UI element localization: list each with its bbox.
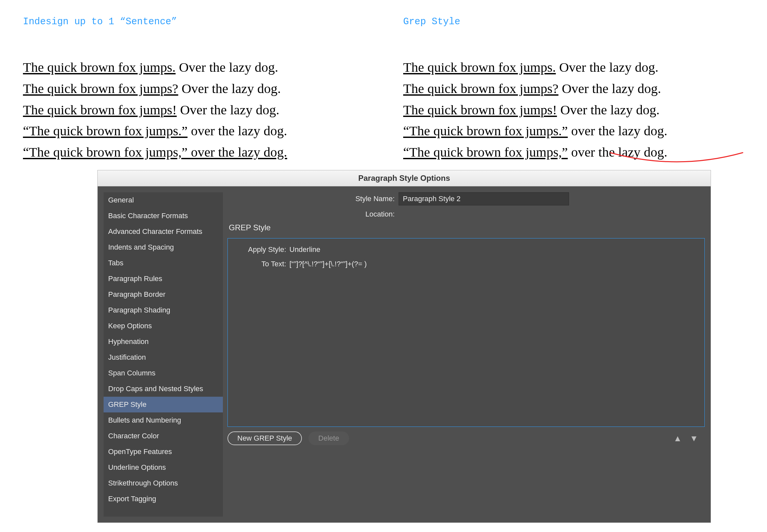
- move-down-icon[interactable]: ▼: [690, 433, 698, 444]
- style-name-label: Style Name:: [227, 195, 395, 203]
- left-line-1-u: The quick brown fox jumps?: [23, 81, 178, 96]
- apply-style-value[interactable]: Underline: [289, 245, 320, 254]
- left-line-0-u: The quick brown fox jumps.: [23, 60, 176, 75]
- right-line-2-rest: Over the lazy dog.: [557, 102, 660, 117]
- to-text-value[interactable]: [“”]?[^\.!?“”]+[\.!?“”]+(?= ): [289, 260, 367, 268]
- left-line-2-u: The quick brown fox jumps!: [23, 102, 177, 117]
- left-line-4-u: “The quick brown fox jumps,” over the la…: [23, 144, 287, 160]
- sidebar-item-drop-caps-and-nested-styles[interactable]: Drop Caps and Nested Styles: [104, 381, 223, 397]
- left-line-3-rest: over the lazy dog.: [187, 123, 287, 138]
- sidebar-item-bullets-and-numbering[interactable]: Bullets and Numbering: [104, 412, 223, 428]
- to-text-label: To Text:: [236, 260, 286, 268]
- right-line-2-u: The quick brown fox jumps!: [403, 102, 557, 117]
- right-line-0-u: The quick brown fox jumps.: [403, 60, 556, 75]
- right-line-1-rest: Over the lazy dog.: [559, 81, 661, 96]
- sidebar-item-advanced-character-formats[interactable]: Advanced Character Formats: [104, 224, 223, 239]
- sidebar-item-justification[interactable]: Justification: [104, 350, 223, 365]
- sidebar-item-export-tagging[interactable]: Export Tagging: [104, 491, 223, 507]
- left-sample-text: The quick brown fox jumps. Over the lazy…: [23, 57, 384, 163]
- dialog-main-panel: Style Name: Location: GREP Style Apply S…: [227, 192, 705, 517]
- right-sample-text: The quick brown fox jumps. Over the lazy…: [403, 57, 764, 163]
- delete-button[interactable]: Delete: [308, 431, 349, 445]
- left-line-1-rest: Over the lazy dog.: [178, 81, 281, 96]
- right-header: Grep Style: [403, 16, 764, 27]
- dialog-title: Paragraph Style Options: [358, 174, 450, 183]
- right-line-1-u: The quick brown fox jumps?: [403, 81, 559, 96]
- sidebar-item-underline-options[interactable]: Underline Options: [104, 460, 223, 475]
- paragraph-style-dialog: Paragraph Style Options GeneralBasic Cha…: [98, 170, 711, 523]
- sidebar-item-basic-character-formats[interactable]: Basic Character Formats: [104, 208, 223, 224]
- new-grep-style-button[interactable]: New GREP Style: [227, 431, 302, 445]
- sidebar-item-opentype-features[interactable]: OpenType Features: [104, 444, 223, 460]
- sidebar-item-hyphenation[interactable]: Hyphenation: [104, 334, 223, 350]
- left-line-0-rest: Over the lazy dog.: [176, 60, 278, 75]
- sidebar-item-paragraph-rules[interactable]: Paragraph Rules: [104, 271, 223, 287]
- sidebar-item-span-columns[interactable]: Span Columns: [104, 365, 223, 381]
- move-up-icon[interactable]: ▲: [674, 433, 682, 444]
- left-line-3-u: “The quick brown fox jumps.”: [23, 123, 187, 138]
- right-line-3-u: “The quick brown fox jumps.”: [403, 123, 568, 138]
- grep-style-list[interactable]: Apply Style: Underline To Text: [“”]?[^\…: [227, 238, 705, 427]
- right-line-4-u: “The quick brown fox jumps,”: [403, 144, 568, 160]
- dialog-titlebar: Paragraph Style Options: [98, 170, 711, 186]
- sidebar-item-tabs[interactable]: Tabs: [104, 255, 223, 271]
- sidebar-item-paragraph-border[interactable]: Paragraph Border: [104, 287, 223, 302]
- sidebar-item-paragraph-shading[interactable]: Paragraph Shading: [104, 302, 223, 318]
- left-line-2-rest: Over the lazy dog.: [177, 102, 279, 117]
- right-line-3-rest: over the lazy dog.: [568, 123, 667, 138]
- oops-arc-icon: [610, 152, 743, 165]
- dialog-sidebar: GeneralBasic Character FormatsAdvanced C…: [104, 192, 223, 517]
- apply-style-label: Apply Style:: [236, 245, 286, 254]
- sidebar-item-keep-options[interactable]: Keep Options: [104, 318, 223, 334]
- sidebar-item-grep-style[interactable]: GREP Style: [104, 397, 223, 412]
- sidebar-item-strikethrough-options[interactable]: Strikethrough Options: [104, 475, 223, 491]
- style-name-input[interactable]: [399, 192, 569, 205]
- sidebar-item-general[interactable]: General: [104, 192, 223, 208]
- right-line-0-rest: Over the lazy dog.: [556, 60, 659, 75]
- section-title: GREP Style: [229, 223, 705, 232]
- sidebar-item-character-color[interactable]: Character Color: [104, 428, 223, 444]
- location-label: Location:: [227, 210, 395, 219]
- sidebar-item-indents-and-spacing[interactable]: Indents and Spacing: [104, 239, 223, 255]
- left-header: Indesign up to 1 “Sentence”: [23, 16, 384, 27]
